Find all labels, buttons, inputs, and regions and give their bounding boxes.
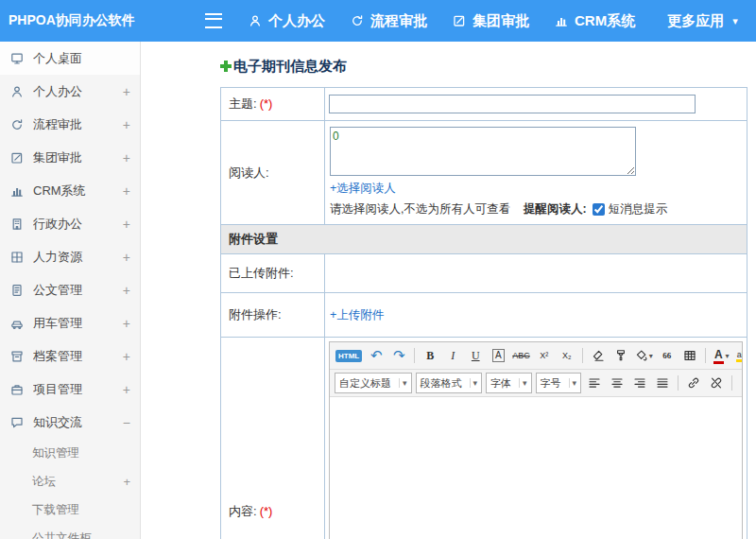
expand-toggle-icon[interactable]: + xyxy=(119,349,130,364)
align-justify-button[interactable] xyxy=(652,373,673,393)
font-family-select[interactable]: 字体 xyxy=(486,373,532,393)
brush-icon xyxy=(614,349,627,362)
page-title: 电子期刊信息发布 xyxy=(220,59,756,74)
document-icon xyxy=(10,284,26,297)
heading-select[interactable]: 自定义标题 xyxy=(335,373,412,393)
align-center-icon xyxy=(610,376,624,390)
uploaded-attachments-label: 已上传附件: xyxy=(221,254,325,293)
align-justify-icon xyxy=(656,376,669,390)
expand-toggle-icon[interactable]: + xyxy=(119,382,130,397)
sidebar-item-knowledge-exchange[interactable]: 知识交流 − xyxy=(0,406,140,439)
sidebar-item-personal-office[interactable]: 个人办公 + xyxy=(0,75,140,108)
sidebar-item-personal-desktop[interactable]: 个人桌面 xyxy=(0,42,140,75)
expand-toggle-icon[interactable]: + xyxy=(119,316,130,331)
expand-toggle-icon[interactable]: + xyxy=(119,150,130,165)
undo-button[interactable]: ↶ xyxy=(366,345,387,366)
top-navigation: 个人办公 流程审批 集团审批 CRM系统 xyxy=(249,12,738,30)
table-button[interactable] xyxy=(679,345,700,366)
redo-button[interactable]: ↷ xyxy=(388,345,409,366)
sidebar-item-archive-management[interactable]: 档案管理 + xyxy=(0,339,140,373)
nav-crm-system[interactable]: CRM系统 xyxy=(555,12,635,30)
sms-remind-checkbox[interactable] xyxy=(593,203,605,216)
align-right-icon xyxy=(633,376,646,390)
sidebar-item-admin-office[interactable]: 行政办公 + xyxy=(0,207,140,240)
readers-row: 阅读人: 0 +选择阅读人 请选择阅读人,不选为所有人可查看 提醒阅读人: 短消… xyxy=(221,121,747,225)
content-row: 内容:(*) HTML xyxy=(221,338,747,539)
nav-more-apps[interactable]: 更多应用 xyxy=(661,12,738,30)
align-right-button[interactable] xyxy=(629,373,650,393)
bold-button[interactable]: B xyxy=(420,345,440,366)
sidebar-item-human-resources[interactable]: 人力资源 + xyxy=(0,240,140,273)
paragraph-select[interactable]: 段落格式 xyxy=(416,373,483,393)
attachment-section-row: 附件设置 xyxy=(221,225,747,254)
blockquote-button[interactable]: 66 xyxy=(657,345,678,366)
rich-text-editor: HTML ↶ ↷ xyxy=(329,341,743,539)
flow-icon xyxy=(351,14,364,27)
format-painter-button[interactable] xyxy=(610,345,631,366)
expand-toggle-icon[interactable]: + xyxy=(119,283,130,298)
sidebar-item-workflow-approval[interactable]: 流程审批 + xyxy=(0,108,140,141)
nav-group-approval[interactable]: 集团审批 xyxy=(453,12,529,30)
hamburger-menu-icon[interactable] xyxy=(205,13,222,28)
paint-bucket-button[interactable] xyxy=(633,345,655,366)
uploaded-attachments-value xyxy=(325,254,747,293)
nav-personal-office[interactable]: 个人办公 xyxy=(249,12,325,30)
required-mark: (*) xyxy=(260,96,273,111)
app-window: PHPOA协同办公软件 个人办公 流程审批 集团审批 xyxy=(0,0,756,539)
sidebar-item-vehicle-management[interactable]: 用车管理 + xyxy=(0,306,140,339)
font-size-select[interactable]: 字号 xyxy=(536,373,582,393)
toolbar-separator xyxy=(582,348,583,363)
nav-workflow-approval[interactable]: 流程审批 xyxy=(351,12,427,30)
car-icon xyxy=(10,317,26,330)
align-left-button[interactable] xyxy=(584,373,605,393)
readers-textarea[interactable]: 0 xyxy=(330,127,636,176)
expand-toggle-icon[interactable]: − xyxy=(119,415,130,430)
subscript-button[interactable]: X₂ xyxy=(557,345,577,366)
align-center-button[interactable] xyxy=(607,373,627,393)
grid-icon xyxy=(10,251,26,264)
app-brand: PHPOA协同办公软件 xyxy=(0,12,150,29)
uploaded-attachments-row: 已上传附件: xyxy=(221,254,747,293)
eraser-button[interactable] xyxy=(588,345,609,366)
editor-format-selects: 自定义标题 段落格式 字体 xyxy=(333,373,583,393)
link-button[interactable] xyxy=(683,373,704,393)
font-box-button[interactable]: A xyxy=(488,345,508,366)
align-left-icon xyxy=(588,376,601,390)
paint-icon xyxy=(635,349,648,362)
expand-toggle-icon[interactable]: + xyxy=(119,183,130,199)
upload-attachment-link[interactable]: +上传附件 xyxy=(330,307,384,323)
sidebar-subitem-download-management[interactable]: 下载管理 xyxy=(0,496,140,524)
superscript-button[interactable]: X² xyxy=(534,345,555,366)
expand-toggle-icon[interactable]: + xyxy=(119,117,130,132)
sidebar-item-project-management[interactable]: 项目管理 + xyxy=(0,373,140,406)
highlight-button[interactable]: ab xyxy=(733,345,742,366)
sidebar-subitem-public-file-cabinet[interactable]: 公共文件柜 xyxy=(0,524,140,539)
subject-input[interactable] xyxy=(329,95,696,113)
sidebar-subitem-forum[interactable]: 论坛 + xyxy=(0,467,140,496)
select-readers-link[interactable]: +选择阅读人 xyxy=(330,181,396,197)
html-source-button[interactable]: HTML xyxy=(334,345,364,366)
italic-button[interactable]: I xyxy=(442,345,463,366)
strikethrough-button[interactable]: ABC xyxy=(510,345,532,366)
sidebar-item-document-management[interactable]: 公文管理 + xyxy=(0,273,140,306)
sidebar-item-group-approval[interactable]: 集团审批 + xyxy=(0,141,140,174)
font-color-button[interactable]: A xyxy=(711,345,731,366)
flow-icon xyxy=(10,118,26,131)
main-content: 电子期刊信息发布 主题:(*) 阅读人: 0 +选择阅读人 xyxy=(141,42,756,539)
editor-content-area[interactable] xyxy=(330,397,742,539)
sidebar-sub-list: 知识管理 论坛 + 下载管理 公共文件柜 xyxy=(0,439,140,539)
expand-toggle-icon[interactable]: + xyxy=(119,217,130,232)
editor-toolbar-row2: 自定义标题 段落格式 字体 xyxy=(330,370,742,397)
unlink-button[interactable] xyxy=(706,373,727,393)
sidebar-subitem-knowledge-management[interactable]: 知识管理 xyxy=(0,439,140,467)
expand-toggle-icon[interactable]: + xyxy=(119,250,130,265)
attachment-section-header: 附件设置 xyxy=(221,225,747,254)
image-button[interactable] xyxy=(737,373,742,393)
underline-button[interactable]: U xyxy=(465,345,486,366)
chart-icon xyxy=(10,184,26,198)
expand-toggle-icon[interactable]: + xyxy=(119,475,130,489)
edit-icon xyxy=(10,151,26,165)
editor-toolbar-row1: HTML ↶ ↷ xyxy=(330,342,742,370)
expand-toggle-icon[interactable]: + xyxy=(119,84,130,99)
sidebar-item-crm-system[interactable]: CRM系统 + xyxy=(0,174,140,207)
